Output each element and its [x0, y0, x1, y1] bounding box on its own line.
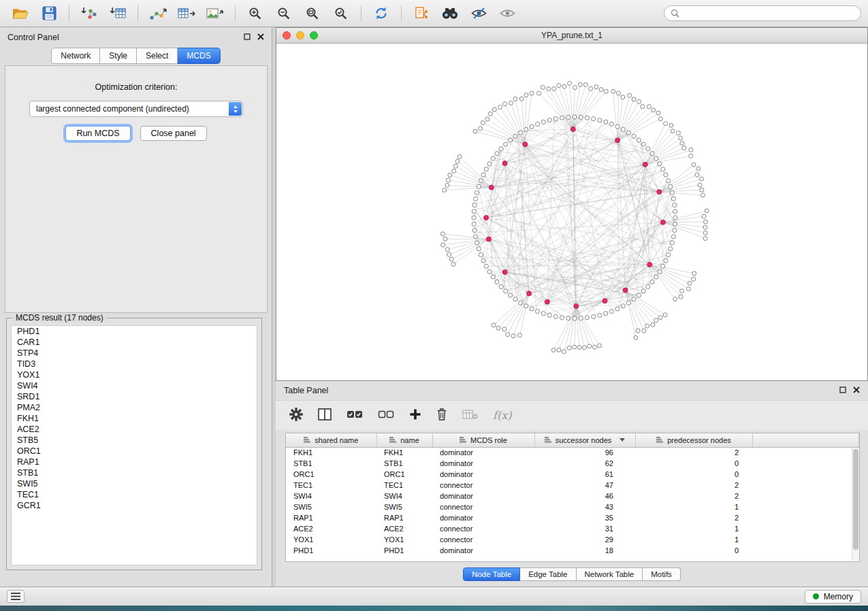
select-all-rows-button[interactable]: [347, 408, 363, 423]
sort-icon: [656, 437, 663, 443]
delete-column-button[interactable]: [436, 408, 447, 423]
plus-icon: [409, 408, 421, 420]
column-header-filler: [752, 433, 859, 447]
maximize-window-icon[interactable]: [310, 31, 318, 39]
table-row[interactable]: TEC1TEC1connector472: [286, 480, 859, 491]
float-panel-icon[interactable]: [244, 33, 251, 42]
copy-view-button[interactable]: [408, 3, 435, 24]
export-table-button[interactable]: [173, 3, 200, 24]
clear-table-button[interactable]: [462, 409, 478, 423]
criterion-dropdown-value: largest connected component (undirected): [36, 104, 189, 114]
mcds-result-item[interactable]: TID3: [12, 359, 257, 369]
tab-network-table[interactable]: Network Table: [577, 567, 643, 581]
search-input[interactable]: [684, 9, 854, 18]
export-image-icon: [206, 6, 224, 20]
criterion-dropdown[interactable]: largest connected component (undirected): [29, 101, 243, 117]
mcds-result-item[interactable]: ORC1: [12, 446, 257, 457]
import-table-button[interactable]: [104, 3, 131, 24]
table-row[interactable]: FKH1FKH1dominator962: [286, 447, 859, 458]
run-mcds-button[interactable]: Run MCDS: [65, 126, 130, 141]
select-all-icon: [347, 408, 363, 420]
show-columns-button[interactable]: [318, 408, 332, 423]
mcds-result-item[interactable]: SRD1: [12, 391, 257, 402]
mcds-result-item[interactable]: STB5: [12, 435, 257, 446]
tab-select[interactable]: Select: [137, 48, 178, 64]
table-scrollbar[interactable]: [852, 448, 859, 561]
toolbar-separator: [401, 5, 402, 22]
deselect-all-rows-button[interactable]: [378, 408, 394, 423]
import-network-icon: [80, 6, 98, 20]
tab-node-table[interactable]: Node Table: [463, 567, 520, 581]
close-panel-icon[interactable]: [257, 33, 264, 42]
add-column-button[interactable]: [409, 408, 421, 423]
column-header-successor-nodes[interactable]: successor nodes: [534, 433, 635, 447]
zoom-fit-button[interactable]: [299, 3, 326, 24]
export-network-button[interactable]: [144, 3, 172, 24]
tab-edge-table[interactable]: Edge Table: [520, 567, 576, 581]
control-panel-title: Control Panel: [7, 33, 59, 42]
table-settings-button[interactable]: [289, 408, 303, 424]
mcds-result-item[interactable]: SWI4: [12, 380, 257, 391]
table-row[interactable]: SWI5SWI5connector431: [286, 501, 859, 512]
mcds-result-item[interactable]: YOX1: [12, 369, 257, 380]
column-header-shared-name[interactable]: shared name: [286, 433, 376, 447]
column-header-mcds-role[interactable]: MCDS role: [432, 433, 534, 447]
mcds-result-item[interactable]: SWI5: [12, 478, 257, 489]
table-row[interactable]: SWI4SWI4dominator462: [286, 491, 859, 501]
mcds-result-item[interactable]: ACE2: [12, 424, 257, 435]
table-row[interactable]: STB1STB1dominator620: [286, 458, 859, 469]
mcds-result-item[interactable]: FKH1: [12, 413, 257, 424]
mcds-result-item[interactable]: TEC1: [12, 489, 257, 500]
memory-button[interactable]: Memory: [805, 590, 861, 604]
table-row[interactable]: ORC1ORC1dominator610: [286, 469, 859, 480]
mcds-result-list[interactable]: PHD1CAR1STP4TID3YOX1SWI4SRD1PMA2FKH1ACE2…: [11, 325, 257, 565]
show-graphics-button[interactable]: [494, 3, 521, 24]
close-panel-icon[interactable]: [853, 386, 860, 395]
close-panel-button[interactable]: Close panel: [140, 126, 207, 141]
table-row[interactable]: RAP1RAP1dominator352: [286, 512, 859, 523]
tab-style[interactable]: Style: [100, 48, 137, 64]
open-file-button[interactable]: [7, 3, 34, 24]
minimize-window-icon[interactable]: [296, 31, 304, 39]
trash-icon: [436, 408, 447, 420]
column-header-predecessor-nodes[interactable]: predecessor nodes: [635, 433, 752, 447]
find-network-button[interactable]: [436, 3, 464, 24]
search-icon: [671, 9, 679, 18]
mcds-result-item[interactable]: STP4: [12, 348, 257, 359]
table-row[interactable]: YOX1YOX1connector291: [286, 534, 859, 545]
zoom-selected-button[interactable]: [327, 3, 355, 24]
float-panel-icon[interactable]: [839, 386, 846, 395]
table-row[interactable]: PHD1PHD1dominator180: [286, 545, 859, 556]
refresh-view-button[interactable]: [368, 3, 395, 24]
hide-graphics-button[interactable]: [465, 3, 492, 24]
import-table-icon: [109, 6, 127, 20]
task-history-button[interactable]: [7, 590, 25, 603]
zoom-out-button[interactable]: [270, 3, 298, 24]
tab-motifs[interactable]: Motifs: [643, 567, 681, 581]
scrollbar-thumb[interactable]: [853, 449, 858, 550]
mcds-result-item[interactable]: PMA2: [12, 402, 257, 413]
import-network-button[interactable]: [76, 3, 103, 24]
save-icon: [42, 6, 57, 20]
sort-icon: [389, 437, 396, 443]
close-window-icon[interactable]: [283, 31, 291, 39]
deselect-all-icon: [378, 408, 394, 420]
mcds-result-item[interactable]: STB1: [12, 467, 257, 478]
tab-mcds[interactable]: MCDS: [178, 48, 220, 64]
search-box[interactable]: [664, 5, 861, 21]
table-row[interactable]: ACE2ACE2connector311: [286, 523, 859, 534]
mcds-result-item[interactable]: GCR1: [12, 500, 257, 511]
zoom-in-button[interactable]: [242, 3, 269, 24]
column-header-name[interactable]: name: [376, 433, 432, 447]
mcds-result-item[interactable]: CAR1: [12, 337, 257, 348]
network-canvas[interactable]: [276, 44, 867, 380]
save-session-button[interactable]: [35, 3, 63, 24]
export-image-button[interactable]: [202, 3, 229, 24]
gear-icon: [289, 408, 303, 421]
mcds-result-item[interactable]: RAP1: [12, 457, 257, 467]
status-bar: Memory: [0, 587, 868, 606]
tab-network[interactable]: Network: [51, 48, 100, 64]
mcds-result-item[interactable]: PHD1: [12, 326, 257, 337]
function-builder-button[interactable]: f(x): [493, 409, 511, 422]
export-network-icon: [149, 6, 167, 20]
